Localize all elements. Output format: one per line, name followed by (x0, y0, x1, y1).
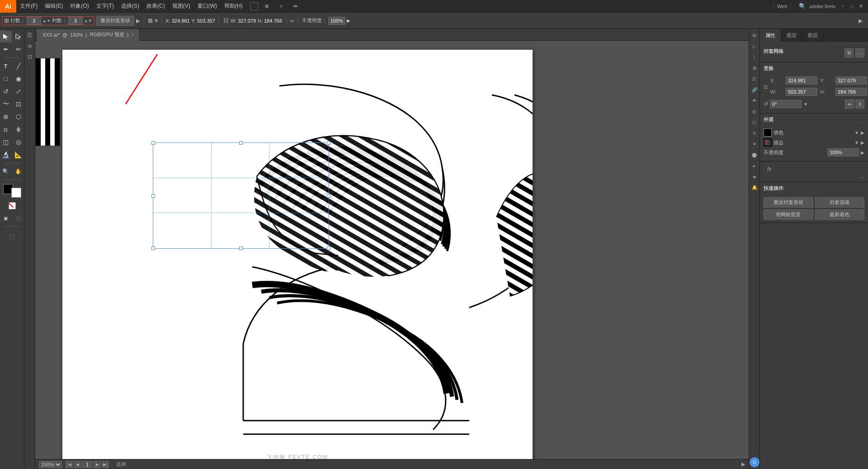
appearance-expand[interactable]: … (860, 118, 864, 123)
rside-icon-7[interactable]: 👁 (750, 96, 759, 105)
fill-gradient[interactable]: ▣ (0, 212, 12, 224)
eyedropper-tool[interactable]: 🔬 (0, 149, 12, 161)
tab-close-button[interactable]: × (131, 32, 134, 37)
align-controls-icon[interactable]: ≡ (155, 17, 158, 24)
user-icon[interactable]: adobe firetv (810, 4, 835, 9)
fill-dropdown[interactable]: ▼ (854, 130, 859, 135)
rectangle-tool[interactable]: □ (0, 73, 12, 85)
rside-icon-13[interactable]: ▸ (750, 161, 759, 170)
mesh-tool[interactable]: ⋕ (13, 123, 24, 135)
prev-page-button[interactable]: ◀ (74, 461, 81, 468)
minimize-button[interactable]: － (839, 3, 846, 10)
perspective-tool[interactable]: ⧈ (0, 123, 12, 135)
rside-icon-2[interactable]: ▷ (750, 42, 759, 51)
menu-object[interactable]: 对象(O) (66, 0, 92, 13)
quick-envelope-options-btn[interactable]: 封套选项 (815, 197, 865, 208)
panel-tab-layers[interactable]: 图层 (781, 29, 802, 42)
pencil-icon[interactable]: ✏ (290, 0, 302, 12)
opacity-panel-expand[interactable]: ▶ (861, 150, 864, 155)
maximize-button[interactable]: □ (848, 3, 855, 10)
opacity-panel-value[interactable]: 100% (827, 148, 859, 156)
side-icon-2[interactable]: ≋ (25, 42, 34, 51)
pencil-tool[interactable]: ✏ (13, 43, 24, 55)
fx-expand-btn[interactable]: … (860, 174, 864, 179)
canvas-workspace[interactable]: 飞特网 FEVTE.COM 150% 100% 200% |◀ ◀ ▶ (35, 41, 749, 469)
flip-icon[interactable]: ⇔ (290, 18, 294, 24)
menu-file[interactable]: 文件(F) (16, 0, 41, 13)
flip-v-btn[interactable]: ⇕ (855, 99, 864, 109)
menu-edit[interactable]: 编辑(E) (41, 0, 66, 13)
rside-icon-5[interactable]: ☷ (750, 74, 759, 83)
pen-tool[interactable]: ✒ (0, 43, 12, 55)
transform-w-value[interactable]: 503.357 (786, 88, 817, 96)
menu-help[interactable]: 帮助(H) (221, 0, 246, 13)
blend-tool[interactable]: ◎ (13, 136, 24, 148)
rside-icon-14[interactable]: ◈ (750, 172, 759, 181)
stroke-dropdown[interactable]: ▼ (854, 140, 859, 145)
rside-icon-12[interactable]: ⬤ (750, 150, 759, 159)
reset-envelope-button[interactable]: 重设封套形状 (96, 16, 134, 26)
warp-tool[interactable]: 〜 (0, 98, 12, 110)
scale-tool[interactable]: ⤢ (13, 85, 24, 97)
free-transform-tool[interactable]: ⊡ (13, 98, 24, 110)
panel-tab-properties[interactable]: 属性 (760, 29, 781, 42)
none-color[interactable] (9, 202, 16, 209)
menu-select[interactable]: 选择(S) (118, 0, 143, 13)
envelope-expand-btn[interactable]: ⊞ (844, 48, 854, 57)
fill-expand-btn[interactable]: ▶ (861, 130, 864, 135)
color-swatch-area[interactable] (3, 184, 21, 198)
rside-icon-9[interactable]: ⬡ (750, 118, 759, 127)
color-mode[interactable]: ⬚ (13, 212, 24, 224)
line-tool[interactable]: ╱ (13, 60, 24, 72)
side-icon-1[interactable]: ☰ (25, 31, 34, 40)
last-page-button[interactable]: ▶| (102, 461, 109, 468)
measure-tool[interactable]: 📐 (13, 149, 24, 161)
rside-icon-6[interactable]: 🔗 (750, 85, 759, 94)
rside-icon-15[interactable]: 🔔 (750, 183, 759, 192)
menu-effect[interactable]: 效果(C) (143, 0, 169, 13)
fill-swatch[interactable] (764, 128, 772, 137)
arrange-icon[interactable] (250, 2, 258, 10)
rside-icon-4[interactable]: ⊞ (750, 63, 759, 72)
transform-controls-icon[interactable]: ⊠ (148, 17, 153, 24)
close-button[interactable]: ✕ (857, 3, 864, 10)
gradient-tool[interactable]: ◫ (0, 136, 12, 148)
quick-grid-place-btn[interactable]: 用网格置置 (764, 209, 813, 220)
menu-window[interactable]: 窗口(W) (194, 0, 221, 13)
shape-builder-tool[interactable]: ⊕ (0, 111, 12, 123)
menu-view[interactable]: 视图(V) (169, 0, 194, 13)
flip-h-btn[interactable]: ⇔ (845, 99, 854, 109)
transform-y-value[interactable]: 327.079 (835, 76, 867, 85)
stroke-swatch[interactable] (764, 138, 772, 147)
quick-reset-btn[interactable]: 重设封套形状 (764, 197, 813, 208)
hand-tool[interactable]: ✋ (13, 166, 24, 177)
envelope-more-btn[interactable]: … (855, 48, 864, 57)
zoom-select[interactable]: 150% 100% 200% (39, 461, 62, 468)
quick-recolor-btn[interactable]: 最新着色 (815, 209, 865, 220)
search-icon[interactable]: 🔍 (799, 3, 806, 9)
transform-icon[interactable]: ⌗ (275, 0, 287, 12)
rows-spinner-up[interactable]: ▲▼ (42, 19, 51, 23)
rside-icon-8[interactable]: ◎ (750, 107, 759, 116)
canvas-tab-main[interactable]: XXX.ai* @ 150% ( RGB/GPU 预览 ) × (37, 29, 140, 41)
avatar[interactable]: U (750, 457, 760, 467)
envelope-expand-icon[interactable]: ▶ (136, 18, 140, 24)
menu-type[interactable]: 文字(T) (93, 0, 118, 13)
rside-icon-11[interactable]: ✦ (750, 139, 759, 148)
stroke-expand-btn[interactable]: ▶ (861, 140, 864, 145)
toolbar-more-icon[interactable]: ▶ (859, 18, 863, 24)
panel-tab-libraries[interactable]: 图层 (802, 29, 824, 42)
select-tool[interactable] (0, 31, 12, 43)
angle-value[interactable]: 0° (770, 100, 802, 108)
angle-dropdown[interactable]: ▼ (803, 102, 808, 107)
opacity-expand-icon[interactable]: ▶ (347, 18, 350, 23)
rside-icon-10[interactable]: ⛭ (750, 128, 759, 137)
side-icon-3[interactable]: ⊡ (25, 52, 34, 62)
artboard-tool[interactable]: ⬛ (6, 231, 18, 242)
direct-select-tool[interactable] (13, 31, 24, 43)
transform-x-value[interactable]: 324.981 (786, 76, 817, 85)
first-page-button[interactable]: |◀ (66, 461, 73, 468)
fx-label[interactable]: fx (764, 164, 864, 174)
next-page-button[interactable]: ▶ (94, 461, 101, 468)
transform-h-value[interactable]: 184.768 (835, 88, 867, 96)
